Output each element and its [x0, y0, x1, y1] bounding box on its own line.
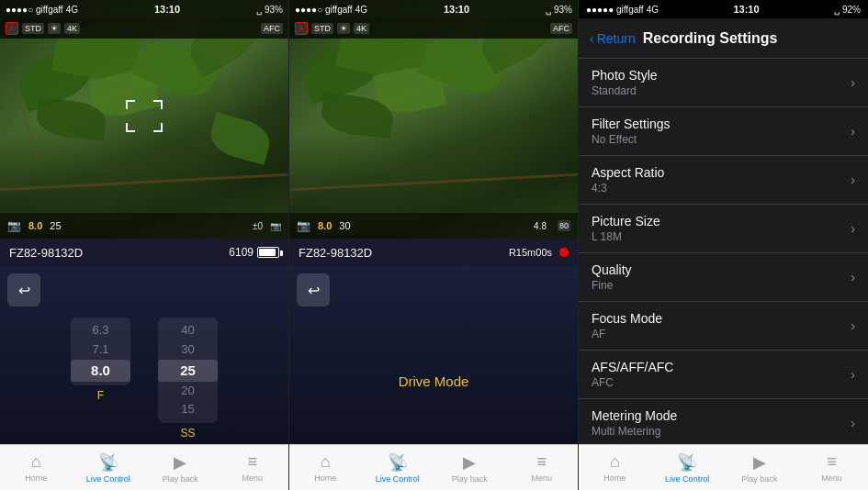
settings-row-left-aspect: Aspect Ratio 4:3 — [592, 165, 664, 195]
carrier-1: ●●●●○ giffgaff — [6, 5, 63, 15]
cam-icon-a-2: A — [295, 22, 308, 35]
cam-icon-4k-2: 4K — [354, 23, 369, 34]
focus-corner-tl — [126, 100, 135, 109]
back-button-2[interactable]: ↩ — [297, 273, 330, 306]
menu-icon-1: ≡ — [247, 452, 257, 472]
time-1: 13:10 — [154, 4, 180, 15]
live-label-2: Live Control — [376, 474, 420, 484]
live-icon-1: 📡 — [98, 452, 118, 473]
network-2: 4G — [355, 5, 367, 15]
menu-label-2: Menu — [531, 473, 552, 483]
network-1: 4G — [66, 5, 78, 15]
settings-row-focus-mode[interactable]: Focus Mode AF › — [579, 302, 868, 351]
settings-bluetooth: ␣ — [834, 5, 840, 15]
rec-dot-2 — [559, 248, 569, 257]
settings-row-aspect[interactable]: Aspect Ratio 4:3 › — [579, 156, 868, 205]
vf-bottom-bar-1: 📷 8.0 25 ±0 📷 — [0, 213, 288, 239]
home-label-1: Home — [25, 473, 47, 483]
shutter-val-25: 25 — [158, 360, 218, 382]
shutter-val-40: 40 — [181, 321, 194, 340]
shutter-wheel[interactable]: 40 30 25 20 15 — [158, 317, 218, 423]
aperture-val-7_1: 7.1 — [92, 340, 108, 360]
aperture-spinner[interactable]: 6.3 7.1 8.0 F — [71, 317, 130, 440]
settings-row-filter[interactable]: Filter Settings No Effect › — [579, 107, 868, 156]
home-icon-1: ⌂ — [31, 452, 41, 472]
settings-tab-bar: ⌂ Home 📡 Live Control ▶ Play back ≡ Menu — [579, 444, 868, 490]
tab-live-1[interactable]: 📡 Live Control — [73, 445, 145, 490]
home-label-2: Home — [314, 473, 336, 483]
rec-time-2: R15m00s — [509, 247, 552, 258]
vf-sd-2: 80 — [558, 220, 570, 231]
tab-menu-2[interactable]: ≡ Menu — [506, 445, 579, 490]
battery-2: 93% — [554, 5, 572, 15]
s-tab-home[interactable]: ⌂ Home — [579, 445, 651, 490]
controls-area-2: ↩ Burst Shooting 4K PHOTO Post Focus Sel… — [289, 266, 578, 446]
panel-1: 📷 8.0 25 ±0 📷 ●●●●○ giffgaff 4G 13:10 ␣ … — [0, 0, 289, 490]
settings-back-link[interactable]: ‹ Return — [590, 31, 636, 46]
settings-value-filter: No Effect — [592, 133, 671, 146]
chevron-photo-style: › — [851, 75, 855, 90]
s-tab-live[interactable]: 📡 Live Control — [651, 445, 724, 490]
chevron-afs: › — [851, 367, 855, 382]
settings-row-left-photo-style: Photo Style Standard — [592, 68, 658, 97]
tab-playback-2[interactable]: ▶ Play back — [434, 445, 506, 490]
device-info-1: 6109 — [229, 246, 254, 259]
settings-title-focus-mode: Focus Mode — [592, 311, 662, 326]
battery-1: 93% — [265, 5, 283, 15]
vf-aperture-2: 8.0 — [318, 220, 332, 231]
time-2: 13:10 — [444, 4, 469, 15]
live-icon-2: 📡 — [388, 452, 408, 473]
shutter-spinner[interactable]: 40 30 25 20 15 SS — [158, 317, 218, 440]
status-left-2: ●●●●○ giffgaff 4G — [295, 5, 367, 15]
tab-playback-1[interactable]: ▶ Play back — [144, 445, 217, 490]
viewfinder-1: 📷 8.0 25 ±0 📷 ●●●●○ giffgaff 4G 13:10 ␣ … — [0, 0, 288, 239]
settings-row-left-afs: AFS/AFF/AFC AFC — [592, 360, 673, 389]
drive-mode-label: Drive Mode — [289, 373, 578, 389]
playback-label-1: Play back — [163, 474, 198, 484]
back-button-1[interactable]: ↩ — [7, 273, 40, 306]
s-home-icon: ⌂ — [610, 452, 620, 472]
focus-corner-bl — [126, 123, 135, 132]
s-tab-menu[interactable]: ≡ Menu — [795, 445, 868, 490]
settings-row-metering[interactable]: Metering Mode Multi Metering › — [579, 399, 868, 444]
tab-menu-1[interactable]: ≡ Menu — [217, 445, 289, 490]
settings-row-picture-size[interactable]: Picture Size L 18M › — [579, 205, 868, 253]
settings-list: Photo Style Standard › Filter Settings N… — [579, 59, 868, 444]
shutter-val-15: 15 — [181, 400, 194, 419]
focus-bracket — [126, 100, 163, 132]
settings-title: Recording Settings — [643, 30, 778, 47]
settings-time: 13:10 — [733, 4, 759, 15]
settings-row-photo-style[interactable]: Photo Style Standard › — [579, 59, 868, 107]
shutter-label: SS — [180, 427, 195, 440]
s-tab-playback[interactable]: ▶ Play back — [724, 445, 796, 490]
viewfinder-2: 📷 8.0 30 4.8 80 ●●●●○ giffgaff 4G 13:10 … — [289, 0, 578, 239]
back-chevron-icon: ‹ — [590, 31, 594, 46]
settings-row-left-quality: Quality Fine — [592, 262, 632, 292]
settings-row-afs[interactable]: AFS/AFF/AFC AFC › — [579, 351, 868, 399]
settings-row-left-metering: Metering Mode Multi Metering — [592, 408, 677, 438]
s-live-icon: 📡 — [677, 452, 697, 473]
s-playback-label: Play back — [741, 474, 777, 484]
aperture-wheel[interactable]: 6.3 7.1 8.0 — [71, 317, 130, 385]
settings-value-photo-style: Standard — [592, 84, 658, 97]
tab-home-1[interactable]: ⌂ Home — [0, 445, 73, 490]
focus-corner-br — [153, 123, 163, 132]
playback-icon-2: ▶ — [463, 452, 476, 473]
tab-home-2[interactable]: ⌂ Home — [289, 445, 362, 490]
shutter-val-20: 20 — [181, 382, 194, 401]
settings-value-quality: Fine — [592, 279, 632, 292]
device-bar-2: FZ82-98132D R15m00s — [289, 239, 578, 266]
settings-row-quality[interactable]: Quality Fine › — [579, 253, 868, 302]
tab-live-2[interactable]: 📡 Live Control — [362, 445, 434, 490]
s-playback-icon: ▶ — [753, 452, 766, 473]
device-right-1: 6109 — [229, 246, 279, 259]
vf-shutter-2: 30 — [339, 220, 350, 231]
device-name-2: FZ82-98132D — [299, 246, 372, 260]
chevron-quality: › — [851, 270, 855, 284]
settings-carrier: ●●●●● giffgaff — [586, 5, 644, 15]
device-right-2: R15m00s — [509, 247, 569, 258]
cam-icon-afc: AFC — [261, 23, 283, 34]
device-bar-1: FZ82-98132D 6109 — [0, 239, 288, 266]
shutter-val-30: 30 — [181, 340, 194, 360]
cam-icon-afc-2: AFC — [550, 23, 572, 34]
